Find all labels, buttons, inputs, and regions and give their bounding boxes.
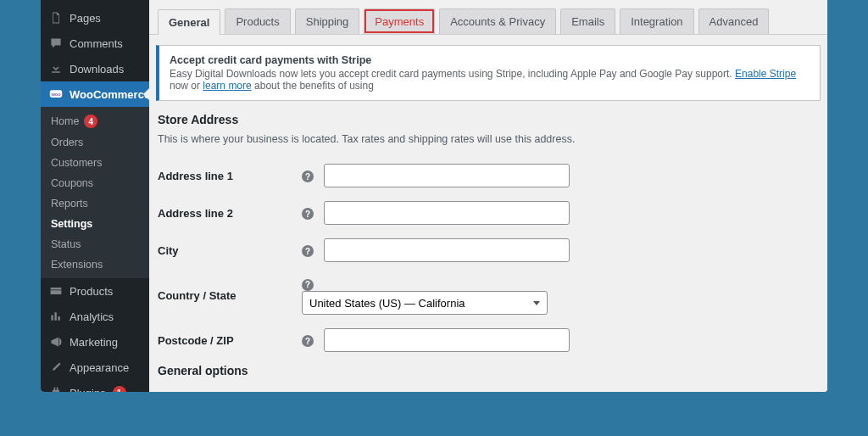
field-label-country: Country / State (158, 269, 302, 321)
sidebar-item-comments[interactable]: Comments (41, 31, 149, 56)
marketing-icon (49, 335, 63, 349)
tab-general[interactable]: General (158, 9, 220, 35)
address-line-1-input[interactable] (324, 164, 570, 187)
sidebar-item-label: Appearance (70, 361, 129, 374)
notice-description: Easy Digital Downloads now lets you acce… (170, 68, 810, 92)
tab-payments[interactable]: Payments (364, 8, 435, 34)
store-address-section: Store Address This is where your busines… (149, 101, 827, 359)
section-heading: Store Address (158, 113, 819, 126)
field-label-city: City (158, 232, 302, 269)
notification-badge: 4 (84, 115, 97, 128)
notification-badge: 1 (113, 386, 126, 392)
admin-window: Pages Comments Downloads woo WooCommerce… (41, 0, 827, 392)
sidebar-item-label: Marketing (70, 336, 118, 349)
sidebar-sub-coupons[interactable]: Coupons (41, 173, 149, 193)
help-icon[interactable]: ? (302, 335, 314, 347)
appearance-icon (49, 361, 63, 374)
download-icon (49, 62, 63, 75)
help-icon[interactable]: ? (302, 279, 314, 291)
country-state-select[interactable]: United States (US) — California (302, 291, 548, 315)
section-description: This is where your business is located. … (158, 133, 819, 145)
sidebar-sub-settings[interactable]: Settings (41, 214, 149, 234)
svg-text:woo: woo (50, 92, 61, 97)
notice-title: Accept credit card payments with Stripe (170, 54, 810, 66)
sidebar-item-label: Pages (70, 12, 101, 25)
sub-label: Customers (51, 157, 102, 169)
sidebar-item-woocommerce[interactable]: woo WooCommerce (41, 81, 149, 107)
sidebar-item-analytics[interactable]: Analytics (41, 304, 149, 329)
section-heading: General options (158, 364, 819, 377)
sidebar-sub-home[interactable]: Home 4 (41, 110, 149, 132)
admin-sidebar: Pages Comments Downloads woo WooCommerce… (41, 0, 149, 392)
sidebar-item-label: Plugins (70, 387, 106, 393)
sidebar-item-label: Analytics (70, 310, 114, 323)
sidebar-item-pages[interactable]: Pages (41, 5, 149, 31)
learn-more-link[interactable]: learn more (203, 80, 251, 92)
sidebar-item-appearance[interactable]: Appearance (41, 355, 149, 380)
help-icon[interactable]: ? (302, 245, 314, 257)
sub-label: Orders (51, 137, 83, 148)
content-area: General Products Shipping Payments Accou… (149, 0, 827, 392)
sidebar-item-plugins[interactable]: Plugins 1 (41, 380, 149, 392)
page-icon (49, 11, 63, 25)
sub-label: Settings (51, 218, 92, 230)
sidebar-item-label: WooCommerce (70, 88, 150, 101)
tab-shipping[interactable]: Shipping (295, 8, 360, 34)
help-icon[interactable]: ? (302, 170, 314, 182)
sidebar-sub-customers[interactable]: Customers (41, 153, 149, 173)
field-label-addr2: Address line 2 (158, 194, 302, 232)
tab-emails[interactable]: Emails (560, 8, 615, 34)
address-line-2-input[interactable] (324, 201, 570, 225)
comment-icon (49, 36, 63, 50)
tab-integration[interactable]: Integration (620, 8, 693, 34)
sidebar-sub-orders[interactable]: Orders (41, 132, 149, 153)
sidebar-submenu: Home 4 Orders Customers Coupons Reports … (41, 107, 149, 278)
field-label-addr1: Address line 1 (158, 157, 302, 194)
sub-label: Home (51, 115, 79, 127)
sidebar-item-downloads[interactable]: Downloads (41, 56, 149, 81)
sidebar-sub-extensions[interactable]: Extensions (41, 254, 149, 275)
general-options-section: General options (149, 359, 827, 377)
analytics-icon (49, 310, 63, 323)
store-address-form: Address line 1 ? Address line 2 ? City ?… (158, 157, 819, 359)
field-label-postcode: Postcode / ZIP (158, 321, 302, 359)
help-icon[interactable]: ? (302, 208, 314, 220)
chevron-down-icon (533, 301, 540, 305)
settings-tabs: General Products Shipping Payments Accou… (149, 0, 827, 35)
sub-label: Status (51, 238, 81, 250)
select-value: United States (US) — California (309, 297, 465, 310)
enable-stripe-link[interactable]: Enable Stripe (735, 68, 796, 80)
tab-accounts-privacy[interactable]: Accounts & Privacy (439, 8, 556, 34)
sidebar-sub-status[interactable]: Status (41, 234, 149, 254)
products-icon (49, 284, 63, 298)
postcode-input[interactable] (324, 328, 570, 352)
plugins-icon (49, 386, 63, 392)
woo-icon: woo (49, 87, 63, 101)
tab-products[interactable]: Products (225, 8, 290, 34)
sub-label: Coupons (51, 177, 93, 189)
city-input[interactable] (324, 238, 570, 262)
stripe-notice: Accept credit card payments with Stripe … (156, 45, 821, 101)
sub-label: Extensions (51, 259, 103, 271)
sub-label: Reports (51, 198, 88, 210)
sidebar-item-products[interactable]: Products (41, 278, 149, 304)
sidebar-item-label: Comments (70, 37, 123, 50)
sidebar-item-marketing[interactable]: Marketing (41, 329, 149, 355)
sidebar-sub-reports[interactable]: Reports (41, 193, 149, 214)
sidebar-item-label: Products (70, 285, 113, 298)
tab-advanced[interactable]: Advanced (698, 8, 770, 34)
sidebar-item-label: Downloads (70, 63, 124, 75)
